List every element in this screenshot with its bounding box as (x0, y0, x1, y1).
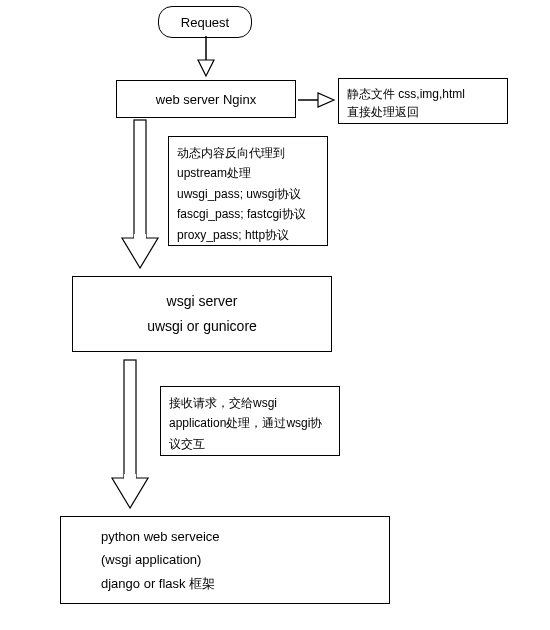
node-web-application: python web serveice (wsgi application) d… (60, 516, 390, 604)
node-nginx-label: web server Nginx (156, 92, 256, 107)
wsgi-server-line1: wsgi server (167, 289, 238, 314)
wsgi-note-line2: application处理，通过wsgi协 (169, 413, 331, 433)
dynamic-line3: uwsgi_pass; uwsgi协议 (177, 184, 319, 204)
svg-rect-7 (124, 360, 136, 478)
svg-rect-4 (134, 120, 146, 238)
arrow-nginx-to-wsgi (120, 120, 160, 270)
dynamic-line4: fascgi_pass; fastcgi协议 (177, 204, 319, 224)
node-nginx: web server Nginx (116, 80, 296, 118)
note-dynamic-proxy: 动态内容反向代理到 upstream处理 uwsgi_pass; uwsgi协议… (168, 136, 328, 246)
node-wsgi-server: wsgi server uwsgi or gunicore (72, 276, 332, 352)
svg-rect-6 (134, 234, 146, 240)
app-line1: python web serveice (101, 525, 220, 548)
app-line3: django or flask 框架 (101, 572, 215, 595)
node-request-label: Request (181, 15, 229, 30)
svg-marker-1 (198, 60, 214, 76)
dynamic-line1: 动态内容反向代理到 (177, 143, 319, 163)
arrow-wsgi-to-app (110, 360, 150, 510)
svg-marker-3 (318, 93, 334, 107)
note-static-files: 静态文件 css,img,html 直接处理返回 (338, 78, 508, 124)
dynamic-line2: upstream处理 (177, 163, 319, 183)
wsgi-server-line2: uwsgi or gunicore (147, 314, 257, 339)
dynamic-line5: proxy_pass; http协议 (177, 225, 319, 245)
static-line1: 静态文件 css,img,html (347, 85, 499, 103)
arrow-nginx-to-static (298, 90, 336, 110)
static-line2: 直接处理返回 (347, 103, 499, 121)
wsgi-note-line1: 接收请求，交给wsgi (169, 393, 331, 413)
svg-marker-8 (112, 478, 148, 508)
note-wsgi-protocol: 接收请求，交给wsgi application处理，通过wsgi协 议交互 (160, 386, 340, 456)
node-request: Request (158, 6, 252, 38)
svg-marker-5 (122, 238, 158, 268)
svg-rect-9 (124, 474, 136, 480)
arrow-request-to-nginx (196, 36, 216, 78)
app-line2: (wsgi application) (101, 548, 201, 571)
wsgi-note-line3: 议交互 (169, 434, 331, 454)
